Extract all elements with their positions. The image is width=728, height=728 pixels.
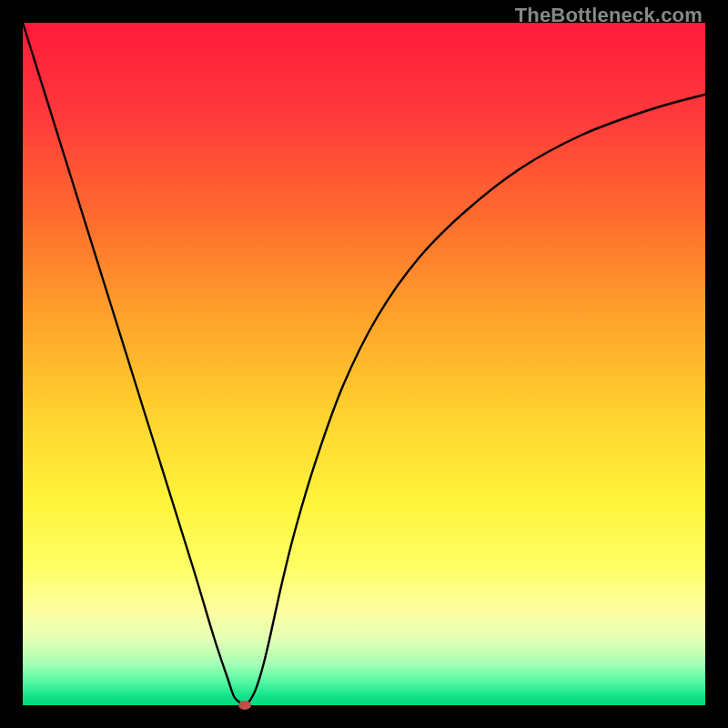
plot-area [23, 23, 705, 705]
watermark-text: TheBottleneck.com [515, 4, 703, 27]
optimum-marker [238, 701, 251, 710]
bottleneck-curve [23, 23, 705, 705]
chart-canvas: TheBottleneck.com [0, 0, 728, 728]
